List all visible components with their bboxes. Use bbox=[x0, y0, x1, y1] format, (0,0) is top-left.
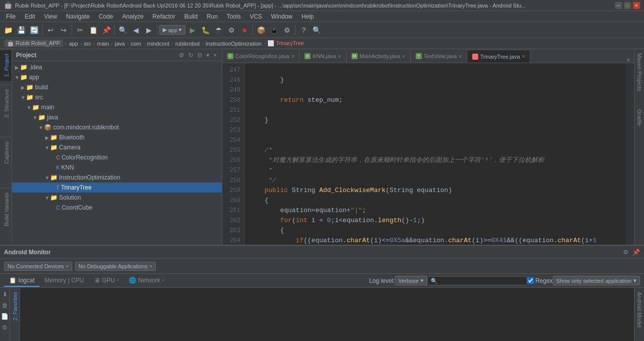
toolbar-coverage-btn[interactable]: ☂ bbox=[212, 24, 224, 36]
toolbar-forward-btn[interactable]: ▶ bbox=[143, 24, 155, 36]
toolbar-debug-btn[interactable]: 🐛 bbox=[199, 24, 211, 36]
project-close-btn[interactable]: × bbox=[212, 51, 218, 60]
tree-item-camera[interactable]: ▼ 📁 Camera bbox=[12, 142, 222, 152]
tab-colorrecognition[interactable]: C ColorRecognition.java × bbox=[222, 50, 299, 63]
regex-checkbox[interactable] bbox=[527, 277, 534, 284]
msi-icon-1[interactable]: ⬇ bbox=[2, 290, 9, 299]
tab-close-knn[interactable]: × bbox=[338, 54, 341, 59]
monitor-tab-logcat[interactable]: 📋 logcat bbox=[4, 275, 40, 287]
menu-window[interactable]: Window bbox=[267, 12, 296, 21]
toolbar-back-btn[interactable]: ◀ bbox=[130, 24, 142, 36]
menu-run[interactable]: Run bbox=[203, 12, 222, 21]
toolbar-profile-btn[interactable]: ⚙ bbox=[225, 24, 237, 36]
close-button[interactable]: ✕ bbox=[633, 2, 640, 9]
log-level-select[interactable]: Verbose ▾ bbox=[395, 276, 427, 285]
vtab-build-variants[interactable]: Build Variants bbox=[0, 188, 12, 230]
toolbar-cut-btn[interactable]: ✂ bbox=[74, 24, 86, 36]
tab-close-cr[interactable]: × bbox=[291, 54, 294, 59]
menu-analyze[interactable]: Analyze bbox=[118, 12, 148, 21]
toolbar-undo-btn[interactable]: ↩ bbox=[45, 24, 57, 36]
msi-icon-4[interactable]: ⚙ bbox=[1, 323, 9, 332]
log-search-input[interactable] bbox=[427, 276, 527, 285]
tree-item-idea[interactable]: ▶ 📁 .idea bbox=[12, 62, 222, 72]
code-editor[interactable]: 247 248 249 250 251 252 253 254 255 256 … bbox=[222, 63, 634, 245]
monitor-settings-btn[interactable]: ⚙ bbox=[623, 249, 628, 256]
menu-help[interactable]: Help bbox=[297, 12, 318, 21]
bc-trinarytree[interactable]: ⬜ TrinaryTree bbox=[267, 40, 304, 47]
tree-item-instructionopt[interactable]: ▼ 📁 InstructionOptimization bbox=[12, 173, 222, 183]
tab-list-btn[interactable]: ≡ bbox=[627, 57, 630, 63]
tree-item-src[interactable]: ▼ 📁 src bbox=[12, 92, 222, 102]
menu-edit[interactable]: Edit bbox=[21, 12, 39, 21]
vtab-structure[interactable]: 2: Structure bbox=[0, 85, 12, 122]
code-content[interactable]: } return step_num; } /* *对魔方解算算法生成的字符串，在… bbox=[245, 63, 626, 245]
rvtab-gradle[interactable]: Gradle bbox=[635, 105, 644, 130]
menu-file[interactable]: File bbox=[2, 12, 20, 21]
tab-trinarytree[interactable]: TrinaryTree.java × bbox=[467, 50, 530, 63]
run-button[interactable]: ▶ bbox=[186, 24, 198, 36]
monitor-pin-btn[interactable]: 📌 bbox=[632, 249, 640, 256]
minimize-button[interactable]: ─ bbox=[615, 2, 622, 9]
tree-item-com[interactable]: ▼ 📦 com.mindcont.rubikrobot bbox=[12, 122, 222, 132]
bc-src[interactable]: src bbox=[84, 41, 91, 47]
scrollbar-vertical[interactable] bbox=[629, 63, 634, 245]
show-selected-dropdown[interactable]: Show only selected application ▾ bbox=[553, 276, 640, 285]
toolbar-sdk-btn[interactable]: 📦 bbox=[255, 24, 267, 36]
bc-java[interactable]: java bbox=[115, 41, 125, 47]
monitor-content[interactable] bbox=[20, 288, 634, 341]
project-sync-btn[interactable]: ↻ bbox=[187, 51, 194, 60]
bc-robot[interactable]: 🤖 Rubik Robot_APP bbox=[4, 40, 63, 47]
tree-item-bluetooth[interactable]: ▶ 📁 Bluetooth bbox=[12, 132, 222, 142]
tree-item-main[interactable]: ▼ 📁 main bbox=[12, 102, 222, 112]
toolbar-search2-btn[interactable]: 🔍 bbox=[310, 24, 323, 36]
maximize-button[interactable]: □ bbox=[624, 2, 631, 9]
monitor-tab-memory-cpu[interactable]: Memory | CPU bbox=[40, 275, 89, 287]
bc-mindcont[interactable]: mindcont bbox=[147, 41, 170, 47]
tab-close-tv[interactable]: × bbox=[459, 54, 462, 59]
toolbar-search-btn[interactable]: 🔍 bbox=[117, 24, 129, 36]
tab-knn[interactable]: K KNN.java × bbox=[299, 50, 346, 63]
toolbar-sync-btn[interactable]: 🔄 bbox=[28, 24, 40, 36]
monitor-tab-network[interactable]: 🌐 Network • bbox=[124, 275, 169, 287]
toolbar-project-btn[interactable]: 📁 bbox=[2, 24, 14, 36]
no-apps-dropdown[interactable]: No Debuggable Applications ▾ bbox=[75, 262, 156, 271]
tree-item-java[interactable]: ▼ 📁 java bbox=[12, 112, 222, 122]
bc-main[interactable]: main bbox=[97, 41, 109, 47]
project-settings-btn[interactable]: ⚙ bbox=[178, 51, 185, 60]
rvtab-maven[interactable]: Maven Projects bbox=[635, 49, 644, 95]
bc-instructionopt[interactable]: InstructionOptimization bbox=[206, 41, 262, 47]
menu-build[interactable]: Build bbox=[180, 12, 202, 21]
menu-tools[interactable]: Tools bbox=[223, 12, 245, 21]
tree-item-colorrecognition[interactable]: C ColorRecognition bbox=[12, 152, 222, 162]
run-config-label[interactable]: ▶ app ▾ bbox=[159, 25, 185, 35]
menu-navigate[interactable]: Navigate bbox=[62, 12, 94, 21]
msi-icon-2[interactable]: 🗑 bbox=[1, 301, 9, 310]
tree-item-app[interactable]: ▼ 📁 app bbox=[12, 72, 222, 82]
no-devices-dropdown[interactable]: No Connected Devices ▾ bbox=[4, 262, 72, 271]
bc-app[interactable]: app bbox=[69, 41, 78, 47]
tree-item-build[interactable]: ▶ 📁 build bbox=[12, 82, 222, 92]
toolbar-copy-btn[interactable]: 📋 bbox=[87, 24, 99, 36]
vtab-captures[interactable]: Captures bbox=[0, 137, 12, 168]
menu-vcs[interactable]: VCS bbox=[246, 12, 266, 21]
menu-refactor[interactable]: Refactor bbox=[149, 12, 179, 21]
tree-item-knn[interactable]: K KNN bbox=[12, 162, 222, 173]
vtab-project[interactable]: 1: Project bbox=[0, 49, 12, 81]
tree-item-solution[interactable]: ▼ 📁 Solution bbox=[12, 193, 222, 203]
toolbar-avd-btn[interactable]: 📱 bbox=[268, 24, 280, 36]
menu-view[interactable]: View bbox=[40, 12, 61, 21]
tree-item-coordcube[interactable]: C CoordCube bbox=[12, 203, 222, 213]
toolbar-redo-btn[interactable]: ↪ bbox=[58, 24, 70, 36]
tab-close-ma[interactable]: × bbox=[402, 54, 405, 59]
vtab-favorites[interactable]: 2: Favorites bbox=[11, 288, 20, 324]
toolbar-save-btn[interactable]: 💾 bbox=[15, 24, 27, 36]
msi-icon-3[interactable]: 📄 bbox=[0, 312, 10, 321]
tab-close-tt[interactable]: × bbox=[522, 54, 525, 59]
toolbar-help-btn[interactable]: ? bbox=[297, 24, 309, 36]
monitor-tab-gpu[interactable]: 🖥 GPU • bbox=[89, 275, 124, 287]
tab-mainactivity[interactable]: M MainActivity.java × bbox=[347, 50, 411, 63]
project-collapse-btn[interactable]: ⊟ bbox=[196, 51, 203, 60]
bc-com[interactable]: com bbox=[131, 41, 141, 47]
tree-item-trinarytree[interactable]: T TrinaryTree bbox=[12, 183, 222, 193]
project-gear-btn[interactable]: ▾ bbox=[205, 51, 210, 60]
